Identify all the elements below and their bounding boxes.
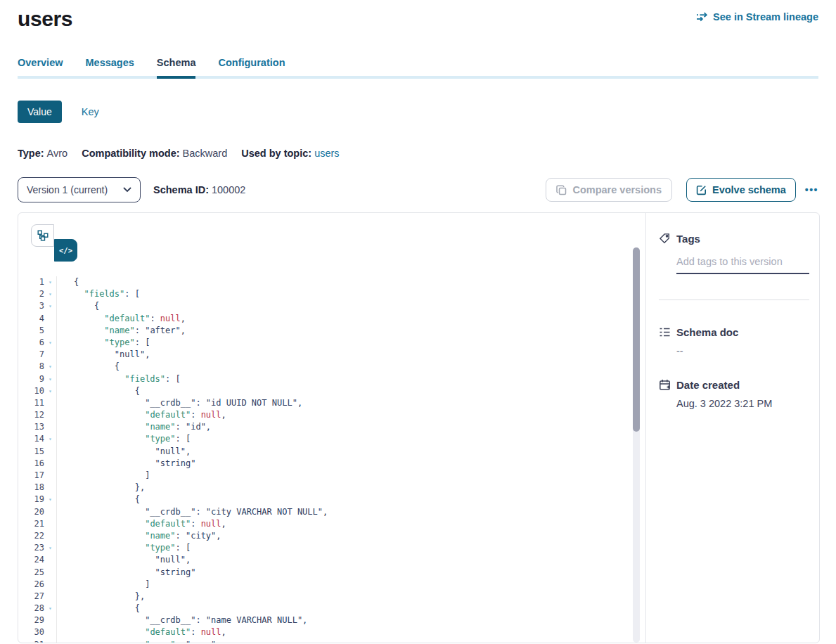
code-line: 18 }, (18, 482, 645, 494)
tag-icon (659, 233, 671, 245)
scrollbar-thumb[interactable] (633, 247, 640, 432)
code-line: 28▾ { (18, 603, 645, 614)
fold-toggle-icon[interactable]: ▾ (44, 494, 57, 505)
line-number: 21 (18, 518, 44, 530)
key-tab-link[interactable]: Key (82, 106, 99, 117)
fold-toggle-icon[interactable]: ▾ (44, 542, 57, 554)
tab-messages[interactable]: Messages (86, 57, 134, 79)
version-select[interactable]: Version 1 (current) (18, 177, 141, 202)
line-number: 23 (18, 542, 44, 554)
code-line: 13 "name": "id", (18, 421, 645, 433)
meta-value: Avro (47, 148, 68, 159)
fold-toggle-icon[interactable]: ▾ (44, 337, 57, 349)
stream-lineage-link[interactable]: See in Stream lineage (696, 11, 818, 22)
code-line-text: "null", (57, 446, 191, 458)
code-line: 11 "__crdb__": "id UUID NOT NULL", (18, 397, 645, 409)
schema-panel: </> 1▾{2▾ "fields": [3▾ {4 "default": nu… (18, 212, 820, 643)
code-line: 15 "null", (18, 446, 645, 458)
tab-configuration[interactable]: Configuration (218, 57, 285, 79)
line-number: 22 (18, 530, 44, 542)
fold-gutter (44, 325, 57, 337)
line-number: 29 (18, 614, 44, 626)
code-line-text: "string" (57, 567, 195, 579)
meta-value-link[interactable]: users (314, 148, 339, 159)
fold-gutter (44, 626, 57, 638)
code-line: 31 "name": "name", (18, 639, 645, 643)
line-number: 25 (18, 567, 44, 579)
code-line-text: "default": null, (57, 409, 226, 421)
fold-gutter (44, 614, 57, 626)
line-number: 27 (18, 591, 44, 603)
tree-view-button[interactable] (31, 224, 54, 247)
line-number: 17 (18, 470, 44, 482)
code-line-text: "type": [ (57, 337, 150, 349)
code-line: 10▾ { (18, 385, 645, 397)
line-number: 3 (18, 300, 44, 312)
code-line: 5 "name": "after", (18, 325, 645, 337)
code-line-text: { (57, 385, 140, 397)
fold-gutter (44, 579, 57, 591)
code-line: 27 }, (18, 591, 645, 603)
compare-icon (556, 185, 567, 195)
code-line-text: ] (57, 470, 150, 482)
version-select-value: Version 1 (current) (27, 184, 108, 195)
date-created-heading: Date created (659, 379, 809, 391)
fold-toggle-icon[interactable]: ▾ (44, 385, 57, 397)
code-view-icon: </> (59, 246, 72, 255)
fold-gutter (44, 421, 57, 433)
tab-strip (18, 76, 818, 79)
line-number: 15 (18, 446, 44, 458)
line-number: 2 (18, 288, 44, 300)
schema-doc-value: -- (676, 345, 809, 356)
code-line: 12 "default": null, (18, 409, 645, 421)
fold-toggle-icon[interactable]: ▾ (44, 276, 57, 288)
code-line-text: ] (57, 579, 150, 591)
fold-toggle-icon[interactable]: ▾ (44, 288, 57, 300)
line-number: 9 (18, 373, 44, 385)
tree-view-icon (37, 230, 49, 241)
more-options-button[interactable]: ••• (805, 184, 818, 195)
code-line-text: { (57, 361, 120, 373)
code-line: 2▾ "fields": [ (18, 288, 645, 300)
line-number: 18 (18, 482, 44, 494)
fold-gutter (44, 458, 57, 470)
fold-toggle-icon[interactable]: ▾ (44, 373, 57, 385)
add-tags-input[interactable] (676, 256, 809, 274)
tab-overview[interactable]: Overview (18, 57, 63, 79)
code-view-button[interactable]: </> (54, 239, 77, 262)
code-line-text: "__crdb__": "name VARCHAR NULL", (57, 614, 307, 626)
code-line-text: "default": null, (57, 626, 226, 638)
code-line-text: "type": [ (57, 433, 191, 445)
schema-meta-row: Type:AvroCompatibility mode:BackwardUsed… (18, 148, 836, 159)
fold-toggle-icon[interactable]: ▾ (44, 603, 57, 614)
code-editor[interactable]: 1▾{2▾ "fields": [3▾ {4 "default": null,5… (18, 276, 645, 643)
code-line-text: }, (57, 591, 145, 603)
line-number: 24 (18, 554, 44, 566)
fold-gutter (44, 639, 57, 643)
evolve-schema-button[interactable]: Evolve schema (686, 178, 796, 202)
code-line: 3▾ { (18, 300, 645, 312)
line-number: 30 (18, 626, 44, 638)
line-number: 4 (18, 313, 44, 325)
tab-schema[interactable]: Schema (157, 57, 196, 79)
editor-view-toggle: </> (31, 224, 77, 262)
line-number: 10 (18, 385, 44, 397)
value-tab-button[interactable]: Value (18, 101, 62, 123)
fold-toggle-icon[interactable]: ▾ (44, 361, 57, 373)
schema-doc-section: Schema doc -- (659, 326, 809, 356)
line-number: 12 (18, 409, 44, 421)
meta-label: Used by topic: (241, 148, 311, 159)
version-bar: Version 1 (current) Schema ID:100002 Com… (18, 177, 818, 202)
code-line: 24 "null", (18, 554, 645, 566)
fold-toggle-icon[interactable]: ▾ (44, 300, 57, 312)
line-number: 1 (18, 276, 44, 288)
fold-toggle-icon[interactable]: ▾ (44, 433, 57, 445)
code-line: 1▾{ (18, 276, 645, 288)
schema-id-label: Schema ID: (153, 184, 209, 195)
fold-gutter (44, 409, 57, 421)
compare-versions-button[interactable]: Compare versions (546, 178, 672, 202)
meta-item: Type:Avro (18, 148, 67, 159)
code-line: 9▾ "fields": [ (18, 373, 645, 385)
schema-sidebar: Tags Schema doc -- (646, 213, 819, 643)
editor-toolbar: </> (18, 213, 645, 262)
